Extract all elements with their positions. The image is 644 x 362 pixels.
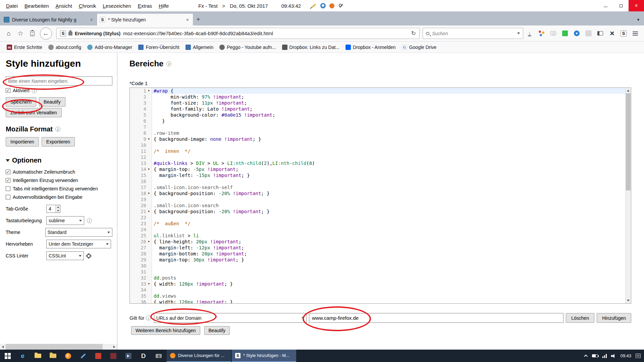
applies-to-input[interactable] bbox=[309, 313, 564, 323]
code-text[interactable]: { background-position: -20% !important; … bbox=[152, 208, 631, 215]
code-line[interactable]: 8.row-item bbox=[130, 130, 631, 136]
code-text[interactable]: background-color: #0a0e15 !important; bbox=[152, 112, 631, 118]
code-line[interactable]: 2 min-width: 97% !important; bbox=[130, 94, 631, 100]
search-input[interactable] bbox=[432, 31, 515, 36]
scroll-down-icon[interactable] bbox=[626, 298, 631, 303]
search-engine-dropdown-icon[interactable] bbox=[517, 33, 520, 34]
info-icon[interactable] bbox=[146, 315, 151, 320]
code-editor[interactable]: 1▾#wrap {2 min-width: 97% !important;3 f… bbox=[129, 87, 631, 304]
checkbox[interactable]: ✓ bbox=[6, 170, 10, 174]
wrench-icon[interactable] bbox=[338, 3, 344, 8]
checkbox[interactable] bbox=[6, 186, 10, 191]
code-line[interactable]: 33▾{ width: 120px !important; } bbox=[130, 281, 631, 287]
code-text[interactable] bbox=[152, 154, 631, 160]
code-text[interactable]: dd.views bbox=[152, 293, 631, 299]
options-section-header[interactable]: Optionen bbox=[6, 157, 112, 164]
code-line[interactable]: 26▾{ line-height: 20px !important; bbox=[130, 239, 631, 245]
code-line[interactable]: 23/* außen */ bbox=[130, 221, 631, 227]
taskbar-window-button[interactable]: S* Style hinzufügen - M... bbox=[232, 350, 296, 362]
code-text[interactable]: #wrap { bbox=[152, 88, 631, 94]
code-line[interactable]: 10 bbox=[130, 142, 631, 148]
fold-arrow-icon[interactable]: ▾ bbox=[146, 166, 151, 172]
option-checkbox-row[interactable]: Tabs mit intelligentem Einzug verwenden bbox=[6, 186, 112, 191]
taskbar-window-button[interactable]: Diverse Lösungen für ... bbox=[167, 350, 231, 362]
editor-scrollbar[interactable] bbox=[625, 88, 631, 303]
fold-arrow-icon[interactable]: ▾ bbox=[146, 208, 151, 215]
code-line[interactable]: 34 bbox=[130, 287, 631, 293]
menu-item-bearbeiten[interactable]: Bearbeiten bbox=[21, 3, 52, 9]
code-line[interactable]: 7 bbox=[130, 124, 631, 130]
spin-up-icon[interactable] bbox=[56, 205, 60, 209]
tab-close-icon[interactable]: × bbox=[89, 17, 94, 22]
code-text[interactable]: #quick-links > DIV > UL > LI:nth-child(2… bbox=[152, 160, 631, 166]
taskbar-media-app-icon[interactable] bbox=[121, 350, 136, 362]
add-area-button[interactable]: Hinzufügen bbox=[597, 313, 631, 323]
search-bar[interactable] bbox=[423, 28, 523, 39]
settings-gear-icon[interactable] bbox=[87, 254, 91, 258]
code-line[interactable]: 16 bbox=[130, 178, 631, 184]
code-line[interactable]: 29 margin-top: 30px !important; } bbox=[130, 257, 631, 263]
code-text[interactable] bbox=[152, 178, 631, 184]
all-tabs-button[interactable]: ▾ bbox=[633, 14, 644, 25]
taskbar-documents-icon[interactable] bbox=[45, 350, 60, 362]
stylus-toolbar-button[interactable]: S bbox=[618, 28, 629, 39]
code-line[interactable]: 13#quick-links > DIV > UL > LI:nth-child… bbox=[130, 160, 631, 166]
code-line[interactable]: 3 font-size: 11px !important; bbox=[130, 100, 631, 106]
code-text[interactable]: font-size: 11px !important; bbox=[152, 100, 631, 106]
keymap-select[interactable]: sublime bbox=[46, 216, 84, 225]
pale-extension-button[interactable] bbox=[583, 28, 594, 39]
start-button[interactable] bbox=[0, 350, 15, 362]
code-text[interactable]: { background-position: -20% !important; … bbox=[152, 190, 631, 196]
code-line[interactable]: 24 bbox=[130, 227, 631, 233]
code-line[interactable]: 28 margin-bottom: 20px !important; bbox=[130, 251, 631, 257]
scroll-left-icon[interactable] bbox=[0, 344, 6, 350]
network-icon[interactable] bbox=[602, 354, 607, 358]
tray-expand-icon[interactable] bbox=[584, 354, 588, 358]
globe-icon[interactable] bbox=[320, 3, 326, 8]
back-to-manage-button[interactable]: Zurück zum Verwalten bbox=[6, 108, 62, 117]
code-line[interactable]: 14▾{ margin-top: -5px !important; bbox=[130, 166, 631, 172]
close-button[interactable]: × bbox=[629, 0, 644, 11]
sidebar-toggle-button[interactable] bbox=[595, 28, 605, 39]
restore-button[interactable] bbox=[613, 0, 629, 11]
url-text[interactable]: moz-extension://9e7b40ec-3fa6-4ca6-b90f-… bbox=[123, 31, 273, 36]
highlight-select[interactable]: Unter dem Textzeiger bbox=[46, 240, 111, 248]
code-text[interactable]: { line-height: 20px !important; bbox=[152, 239, 631, 245]
enabled-checkbox[interactable]: ✓ bbox=[6, 88, 10, 93]
checkbox[interactable]: ✓ bbox=[6, 178, 10, 183]
taskbar-firefox-icon[interactable]: F bbox=[60, 350, 75, 362]
reload-button[interactable]: ↻ bbox=[411, 30, 416, 37]
code-text[interactable] bbox=[152, 263, 631, 269]
menu-item-chronik[interactable]: Chronik bbox=[75, 3, 100, 9]
fold-arrow-icon[interactable]: ▾ bbox=[146, 88, 151, 94]
fold-arrow-icon[interactable]: ▾ bbox=[146, 281, 151, 287]
code-text[interactable]: .row-item bbox=[152, 130, 631, 136]
code-text[interactable]: .small-icon.icon-search bbox=[152, 202, 631, 208]
fold-arrow-icon[interactable]: ▾ bbox=[146, 190, 151, 196]
fold-arrow-icon[interactable]: ▾ bbox=[146, 136, 151, 142]
action-center-icon[interactable] bbox=[636, 354, 641, 358]
taskbar-feather-app-icon[interactable] bbox=[75, 350, 91, 362]
save-button[interactable]: Speichern bbox=[6, 97, 36, 107]
code-line[interactable]: 15 margin-left: -15px !important; } bbox=[130, 172, 631, 178]
option-checkbox-row[interactable]: ✓Automatischer Zeilenumbruch bbox=[6, 169, 112, 175]
code-text[interactable] bbox=[152, 215, 631, 221]
code-line[interactable]: 1▾#wrap { bbox=[130, 88, 631, 94]
info-icon[interactable] bbox=[32, 88, 37, 93]
code-text[interactable]: ul.linklist > li bbox=[152, 233, 631, 239]
code-text[interactable]: margin-left: -12px !important; bbox=[152, 245, 631, 251]
battery-icon[interactable] bbox=[592, 354, 598, 357]
code-text[interactable] bbox=[152, 196, 631, 202]
linter-select[interactable]: CSSLint bbox=[46, 251, 84, 260]
code-line[interactable]: 17.small-icon.icon-search-self bbox=[130, 184, 631, 190]
browser-tab[interactable]: S* Style hinzufügen× bbox=[97, 14, 193, 25]
downloadhelper-button[interactable] bbox=[536, 28, 547, 39]
taskbar-book-app-icon[interactable] bbox=[106, 350, 121, 362]
new-tab-button[interactable]: + bbox=[193, 14, 204, 25]
info-icon[interactable] bbox=[87, 218, 92, 223]
devtools-button[interactable] bbox=[606, 28, 617, 39]
bookmark-item[interactable]: Add-ons-Manager bbox=[85, 43, 135, 52]
bookmark-item[interactable]: mErste Schritte bbox=[4, 43, 45, 52]
option-checkbox-row[interactable]: Autovervollständigen bei Eingabe bbox=[6, 194, 112, 200]
code-text[interactable]: margin-bottom: 20px !important; bbox=[152, 251, 631, 257]
